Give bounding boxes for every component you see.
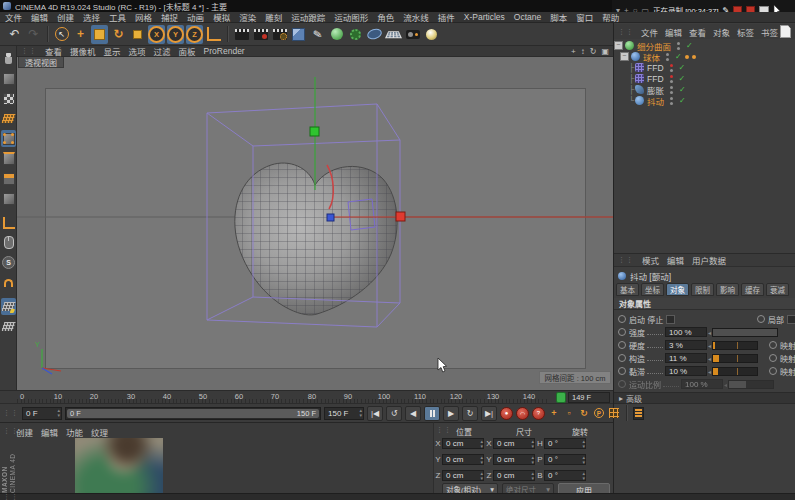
menu-script[interactable]: 脚本 [550,11,567,23]
key-rotation-toggle[interactable]: ↻ [578,407,590,420]
edge-mode-button[interactable] [1,150,16,167]
enabled-check-icon[interactable]: ✓ [679,63,686,72]
menu-octane[interactable]: Octane [514,12,541,22]
toggle-view-icon[interactable]: ▣ [601,47,609,56]
drag-input[interactable]: 10 % [665,366,707,376]
tab-restriction[interactable]: 限制 [691,283,714,296]
zoom-view-icon[interactable]: ↕ [581,47,585,56]
x-axis-handle[interactable] [396,212,405,221]
convert-to-editable-button[interactable] [1,50,16,67]
rotate-tool[interactable]: ↻ [110,25,127,44]
menu-xparticles[interactable]: X-Particles [464,12,505,22]
enabled-check-icon[interactable]: ✓ [679,96,686,105]
enabled-check-icon[interactable]: ✓ [675,52,682,61]
tab-falloff[interactable]: 衰减 [766,283,789,296]
structure-slider[interactable] [712,354,758,363]
expand-toggle[interactable]: – [614,41,623,50]
undo-button[interactable]: ↶ [6,25,23,44]
vp-menu-display[interactable]: 显示 [104,45,121,57]
mat-menu-edit[interactable]: 编辑 [41,426,58,438]
tag-dot[interactable] [692,55,696,59]
animation-dot-icon[interactable] [618,354,626,362]
key-pla-toggle[interactable] [608,407,620,420]
coordinate-system-button[interactable] [205,25,222,44]
current-frame-field[interactable]: 149 F [568,392,610,403]
pos-z-input[interactable]: 0 cm▴▾ [442,470,484,481]
enable-checkbox[interactable] [666,315,675,324]
visibility-dots[interactable] [670,85,674,94]
om-menu-file[interactable]: 文件 [641,26,658,38]
am-menu-mode[interactable]: 模式 [642,254,659,266]
vp-menu-filter[interactable]: 过滤 [154,45,171,57]
point-mode-button[interactable] [1,130,16,147]
object-label[interactable]: FFD [647,74,664,84]
add-camera-button[interactable] [404,25,421,44]
add-environment-button[interactable] [385,25,402,44]
y-axis-handle[interactable] [310,127,319,136]
tab-coord[interactable]: 坐标 [641,283,664,296]
menu-plugins[interactable]: 插件 [438,11,455,23]
object-mode-button[interactable] [1,190,16,207]
om-menu-tags[interactable]: 标签 [737,26,754,38]
x-axis-lock-button[interactable]: X [148,25,165,44]
vp-menu-cameras[interactable]: 摄像机 [70,45,96,57]
mat-menu-texture[interactable]: 纹理 [91,426,108,438]
timeline-ruler[interactable]: 0 10 20 30 40 50 60 70 80 90 100 110 120… [0,390,613,403]
animation-dot-icon[interactable] [769,341,777,349]
menu-render[interactable]: 渲染 [239,11,256,23]
frame-range-slider[interactable]: 0 F150 F [65,407,321,420]
y-axis-lock-button[interactable]: Y [167,25,184,44]
next-frame-button[interactable]: ▶ [443,406,459,421]
magnet-snap-button[interactable] [1,274,16,291]
visibility-dots[interactable] [677,41,681,50]
model-mode-button[interactable] [1,70,16,87]
last-used-tool[interactable] [129,25,146,44]
panel-grip-icon[interactable]: ⋮⋮ [618,256,634,264]
tab-object[interactable]: 对象 [666,283,689,296]
animation-dot-icon[interactable] [618,341,626,349]
menu-simulate[interactable]: 模拟 [213,11,230,23]
redo-button[interactable]: ↷ [25,25,42,44]
add-field-button[interactable] [366,25,383,44]
end-frame-field[interactable]: 150 F▴▾ [324,407,364,420]
keyframe-selection-button[interactable]: ? [532,407,545,420]
record-keyframe-button[interactable]: ● [500,407,513,420]
pause-button[interactable] [424,406,440,421]
local-checkbox[interactable] [787,315,795,324]
animation-dot-icon[interactable] [769,367,777,375]
object-label[interactable]: FFD [647,63,664,73]
size-z-input[interactable]: 0 cm▴▾ [493,470,535,481]
enabled-check-icon[interactable]: ✓ [679,74,686,83]
move-tool[interactable]: + [72,25,89,44]
rotate-view-icon[interactable]: ↻ [590,47,597,56]
pos-y-input[interactable]: 0 cm▴▾ [442,454,484,465]
menu-file[interactable]: 文件 [5,11,22,23]
tab-influence[interactable]: 影响 [716,283,739,296]
key-scale-toggle[interactable]: ▫ [563,407,575,420]
z-axis-handle[interactable] [327,214,334,221]
map-label[interactable]: 映射 [780,340,795,351]
menu-create[interactable]: 创建 [57,11,74,23]
menu-mograph[interactable]: 运动图形 [334,11,368,23]
pos-x-input[interactable]: 0 cm▴▾ [442,438,484,449]
panel-grip-icon[interactable]: ⋮⋮ [21,47,37,55]
stiffness-slider[interactable] [712,341,758,350]
viewport-tab-perspective[interactable]: 透视视图 [18,57,64,68]
advanced-section-header[interactable]: ▸ 高级 [614,392,795,404]
menu-help[interactable]: 帮助 [602,11,619,23]
animation-dot-icon[interactable] [618,328,626,336]
motion-clip-button[interactable] [633,407,644,420]
tree-row-bulge[interactable]: ├ 膨胀 ✓ [614,84,795,95]
expand-toggle[interactable]: – [620,52,629,61]
menu-snap[interactable]: 捕捉 [161,11,178,23]
strength-input[interactable]: 100 % [665,327,707,337]
menu-tools[interactable]: 工具 [109,11,126,23]
visibility-dots[interactable] [666,52,670,61]
viewport-canvas[interactable]: 透视视图 Y 网格间距 : 100 cm [17,57,613,390]
render-to-picture-viewer-button[interactable] [252,25,269,44]
visibility-dots[interactable] [670,74,674,83]
previous-frame-button[interactable]: ◀ [405,406,421,421]
layer-browser-icon[interactable] [780,25,791,38]
menu-character[interactable]: 角色 [377,11,394,23]
add-deformer-button[interactable] [347,25,364,44]
